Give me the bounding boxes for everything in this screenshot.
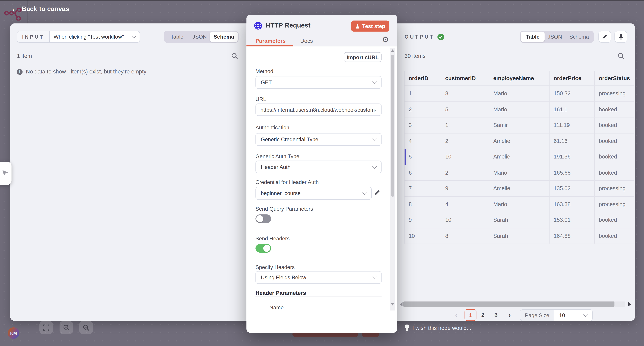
- table-row[interactable]: 6 2 Mario 165.65 booked: [404, 165, 634, 180]
- column-header[interactable]: orderID: [404, 71, 441, 86]
- table-row-highlighted[interactable]: 5 10 Amelie 191.36 booked: [404, 149, 634, 165]
- gear-icon[interactable]: ⚙: [382, 35, 389, 44]
- cell: 111.19: [550, 117, 594, 133]
- wish-text: I wish this node would...: [412, 325, 471, 331]
- page-size-select[interactable]: Page Size 10: [520, 309, 593, 321]
- cell: 5: [441, 102, 489, 117]
- tab-schema[interactable]: Schema: [565, 32, 593, 42]
- modal-scrollbar-track[interactable]: [390, 48, 394, 310]
- fit-view-icon: [43, 324, 49, 331]
- table-row[interactable]: 2 5 Mario 161.1 booked: [404, 102, 634, 117]
- output-table-container[interactable]: orderID customerID employeeName orderPri…: [404, 70, 634, 244]
- scroll-right-arrow[interactable]: [628, 302, 631, 306]
- horizontal-scrollbar-thumb[interactable]: [403, 302, 614, 307]
- success-check-icon: [438, 34, 444, 40]
- edit-credential-pencil-icon[interactable]: [374, 189, 381, 196]
- tab-docs[interactable]: Docs: [300, 38, 313, 44]
- tab-table[interactable]: Table: [521, 32, 544, 42]
- toggle-knob: [256, 215, 263, 222]
- cell: 61.16: [550, 133, 594, 149]
- input-source-value: When clicking "Test workflow": [54, 34, 124, 40]
- table-row[interactable]: 3 1 Samir 111.19 booked: [404, 117, 634, 133]
- table-row[interactable]: 9 10 Sarah 153.01 booked: [404, 212, 634, 228]
- field-label-credential: Credential for Header Auth: [256, 179, 319, 185]
- column-header[interactable]: employeeName: [489, 71, 550, 86]
- cell: Sarah: [489, 228, 550, 244]
- cell: 150.32: [550, 86, 594, 102]
- tab-schema[interactable]: Schema: [210, 32, 238, 42]
- output-panel-label: OUTPUT: [404, 34, 434, 40]
- cell: 9: [441, 180, 489, 196]
- method-select[interactable]: GET: [256, 76, 382, 89]
- field-label-send-query-params: Send Query Parameters: [256, 206, 313, 212]
- credential-select[interactable]: beginner_course: [256, 187, 372, 200]
- zoom-to-fit-button[interactable]: [40, 321, 53, 334]
- modal-title: HTTP Request: [266, 22, 310, 29]
- cell: 3: [404, 117, 441, 133]
- input-panel-label: INPUT: [17, 31, 50, 42]
- cell: 7: [404, 180, 441, 196]
- back-arrow-icon: ←: [11, 5, 18, 13]
- tab-json[interactable]: JSON: [544, 32, 565, 42]
- field-label-send-headers: Send Headers: [256, 235, 290, 242]
- column-header[interactable]: orderStatus: [594, 71, 634, 86]
- pin-data-button[interactable]: [614, 31, 627, 43]
- edit-output-button[interactable]: [598, 31, 611, 43]
- modal-scrollbar-thumb[interactable]: [391, 55, 394, 197]
- import-curl-button[interactable]: Import cURL: [344, 52, 382, 62]
- canvas-pointer-tool-button[interactable]: [0, 162, 12, 185]
- pin-icon: [618, 34, 624, 40]
- search-icon[interactable]: [618, 52, 625, 60]
- url-input[interactable]: [256, 104, 382, 116]
- table-row[interactable]: 7 9 Amelie 135.02 processing: [404, 180, 634, 196]
- cell: Amelie: [489, 149, 550, 165]
- cell: booked: [594, 212, 634, 228]
- test-step-label: Test step: [362, 23, 385, 29]
- header-parameters-heading: Header Parameters: [256, 290, 306, 296]
- zoom-out-button[interactable]: [79, 321, 93, 334]
- table-row[interactable]: 10 8 Sarah 164.88 booked: [404, 228, 634, 244]
- test-step-button[interactable]: Test step: [351, 20, 390, 32]
- zoom-in-button[interactable]: [60, 321, 73, 334]
- send-headers-toggle[interactable]: [256, 244, 271, 252]
- node-feedback-link[interactable]: I wish this node would...: [404, 324, 471, 331]
- output-view-tabs: Table JSON Schema: [520, 31, 594, 43]
- input-source-select[interactable]: INPUT When clicking "Test workflow": [17, 31, 140, 43]
- scroll-left-arrow[interactable]: [400, 302, 402, 306]
- pencil-icon: [602, 34, 608, 40]
- table-row[interactable]: 8 4 Mario 163.38 processing: [404, 196, 634, 212]
- table-row[interactable]: 4 2 Amelie 61.16 booked: [404, 133, 634, 149]
- generic-auth-type-select[interactable]: Header Auth: [256, 161, 382, 174]
- cell: 164.88: [550, 228, 594, 244]
- user-avatar[interactable]: KM: [8, 328, 20, 339]
- table-row[interactable]: 1 8 Mario 150.32 processing: [404, 86, 634, 102]
- chevron-down-icon: [584, 312, 588, 317]
- cell: 4: [441, 196, 489, 212]
- pagination-next[interactable]: ›: [508, 311, 511, 319]
- cell: 165.65: [550, 165, 594, 180]
- pagination-page-3[interactable]: 3: [494, 312, 498, 318]
- scroll-up-arrow[interactable]: [391, 49, 394, 52]
- zoom-out-icon: [83, 324, 89, 331]
- send-query-parameters-toggle[interactable]: [256, 214, 271, 223]
- table-header-row: orderID customerID employeeName orderPri…: [404, 71, 634, 86]
- cell: processing: [594, 180, 634, 196]
- tab-json[interactable]: JSON: [189, 32, 210, 42]
- scroll-down-arrow[interactable]: [391, 303, 394, 306]
- modal-header: HTTP Request Test step Parameters Docs ⚙: [246, 15, 397, 46]
- tab-table[interactable]: Table: [165, 32, 189, 42]
- cell: Samir: [489, 117, 550, 133]
- column-header[interactable]: customerID: [441, 71, 489, 86]
- specify-headers-value: Using Fields Below: [261, 274, 306, 280]
- pagination-page-2[interactable]: 2: [481, 312, 484, 318]
- input-items-count: 1 item: [17, 53, 32, 59]
- pagination-prev[interactable]: ‹: [455, 311, 457, 319]
- authentication-select[interactable]: Generic Credential Type: [256, 133, 382, 146]
- column-header[interactable]: orderPrice: [550, 71, 594, 86]
- field-label-generic-auth-type: Generic Auth Type: [256, 153, 299, 159]
- pagination-page-1[interactable]: 1: [464, 309, 476, 321]
- specify-headers-select[interactable]: Using Fields Below: [256, 271, 382, 284]
- search-icon[interactable]: [231, 52, 238, 60]
- back-to-canvas-button[interactable]: ← Back to canvas: [11, 5, 69, 13]
- tab-parameters[interactable]: Parameters: [256, 38, 286, 44]
